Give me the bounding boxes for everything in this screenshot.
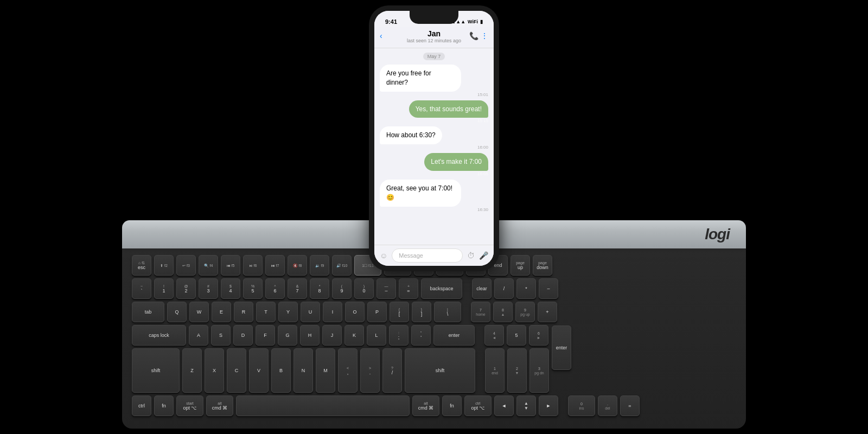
key-alt-left[interactable]: altcmd ⌘ (206, 395, 233, 416)
key-fn[interactable]: fn (154, 395, 174, 416)
key-l[interactable]: L (367, 325, 386, 346)
key-f3[interactable]: 🔍 f4 (199, 255, 218, 276)
key-ctrl-left[interactable]: ctrl (132, 395, 151, 416)
key-n[interactable]: N (293, 348, 313, 393)
key-m[interactable]: M (316, 348, 335, 393)
call-button[interactable]: 📞 ⋮ (469, 31, 488, 40)
key-0[interactable]: )0 (354, 278, 374, 299)
key-f9[interactable]: 🔊 f10 (332, 255, 352, 276)
key-backslash[interactable]: |\ (434, 302, 461, 322)
clock-icon[interactable]: ⏱ (467, 251, 475, 260)
key-bracket-right[interactable]: }] (412, 302, 431, 322)
key-num-2[interactable]: 2▼ (507, 348, 527, 393)
key-num-3[interactable]: 3pg dn (529, 348, 549, 393)
key-f5[interactable]: ⏯ f6 (243, 255, 263, 276)
key-3[interactable]: #3 (199, 278, 218, 299)
key-num-plus[interactable]: + (538, 302, 557, 322)
key-num-6[interactable]: 6► (529, 325, 548, 346)
key-equals[interactable]: += (399, 278, 418, 299)
key-shift-left[interactable]: shift (132, 348, 180, 393)
key-k[interactable]: K (344, 325, 364, 346)
key-fn-right[interactable]: fn (442, 395, 462, 416)
key-s[interactable]: S (211, 325, 231, 346)
key-f1[interactable]: ⬆ f2 (154, 255, 174, 276)
key-num-minus[interactable]: – (539, 278, 558, 299)
key-6[interactable]: ^6 (265, 278, 285, 299)
key-backspace[interactable]: backspace (421, 278, 462, 299)
key-o[interactable]: O (345, 302, 365, 322)
key-num-clear[interactable]: clear (472, 278, 492, 299)
key-start[interactable]: startopt ⌥ (176, 395, 203, 416)
key-f7[interactable]: 🔇 f8 (288, 255, 307, 276)
key-num-9[interactable]: 9pg up (515, 302, 535, 322)
key-pgdn[interactable]: page down (533, 255, 552, 276)
key-num-dot[interactable]: .del (598, 395, 617, 416)
key-shift-right[interactable]: shift (405, 348, 475, 393)
key-enter[interactable]: enter (433, 325, 475, 346)
key-bracket-left[interactable]: {[ (390, 302, 409, 322)
key-u[interactable]: U (301, 302, 320, 322)
key-r[interactable]: R (234, 302, 253, 322)
key-arrow-updown[interactable]: ▲ ▼ (516, 395, 536, 416)
key-arrow-right[interactable]: ► (539, 395, 558, 416)
key-num-enter[interactable]: enter (552, 326, 571, 370)
key-semicolon[interactable]: :; (389, 325, 409, 346)
key-num-5[interactable]: 5 (507, 325, 526, 346)
key-slash[interactable]: ?/ (382, 348, 402, 393)
key-num-equals[interactable]: = (620, 395, 640, 416)
key-1[interactable]: !1 (154, 278, 174, 299)
key-p[interactable]: P (367, 302, 387, 322)
key-f8[interactable]: 🔉 f9 (310, 255, 329, 276)
key-z[interactable]: Z (182, 348, 202, 393)
key-num-8[interactable]: 8▲ (493, 302, 513, 322)
message-input[interactable]: Message (392, 248, 463, 263)
key-tab[interactable]: tab (132, 302, 164, 322)
key-7[interactable]: &7 (288, 278, 307, 299)
key-arrow-left[interactable]: ◄ (494, 395, 514, 416)
key-g[interactable]: G (278, 325, 297, 346)
key-9[interactable]: (9 (332, 278, 352, 299)
key-w[interactable]: W (189, 302, 209, 322)
key-f[interactable]: F (256, 325, 275, 346)
key-j[interactable]: J (322, 325, 342, 346)
key-num-1[interactable]: 1end (485, 348, 505, 393)
microphone-icon[interactable]: 🎤 (479, 251, 488, 260)
emoji-icon[interactable]: ☺ (380, 251, 387, 260)
key-f4[interactable]: ⏮ f5 (221, 255, 240, 276)
key-t[interactable]: T (256, 302, 276, 322)
key-8[interactable]: *8 (310, 278, 329, 299)
key-ctrl-right[interactable]: ctrlopt ⌥ (464, 395, 492, 416)
key-5[interactable]: %5 (243, 278, 263, 299)
key-4[interactable]: $4 (221, 278, 240, 299)
key-minus[interactable]: —– (376, 278, 396, 299)
key-v[interactable]: V (249, 348, 269, 393)
key-q[interactable]: Q (167, 302, 187, 322)
key-comma[interactable]: <, (338, 348, 358, 393)
key-f2[interactable]: ↩ f3 (176, 255, 196, 276)
key-alt-right[interactable]: altcmd ⌘ (412, 395, 439, 416)
key-num-4[interactable]: 4◄ (484, 325, 504, 346)
key-y[interactable]: Y (278, 302, 298, 322)
key-pgup[interactable]: page up (510, 255, 530, 276)
key-num-star[interactable]: * (516, 278, 536, 299)
key-period[interactable]: >. (360, 348, 380, 393)
key-h[interactable]: H (300, 325, 320, 346)
key-capslock[interactable]: caps lock (132, 325, 186, 346)
key-num-0[interactable]: 0ins (568, 395, 595, 416)
key-i[interactable]: I (323, 302, 342, 322)
key-esc[interactable]: ⌂ f1 esc (132, 255, 151, 276)
key-a[interactable]: A (189, 325, 208, 346)
key-tilde[interactable]: ~` (132, 278, 151, 299)
key-f6[interactable]: ⏭ f7 (265, 255, 285, 276)
key-2[interactable]: @2 (176, 278, 196, 299)
key-b[interactable]: B (271, 348, 291, 393)
key-num-slash[interactable]: / (494, 278, 514, 299)
key-space[interactable] (236, 395, 410, 416)
key-x[interactable]: X (205, 348, 224, 393)
key-c[interactable]: C (227, 348, 246, 393)
key-e[interactable]: E (212, 302, 231, 322)
back-button[interactable]: ‹ (380, 31, 382, 40)
key-quote[interactable]: "' (411, 325, 431, 346)
key-d[interactable]: D (233, 325, 253, 346)
key-num-7[interactable]: 7home (471, 302, 490, 322)
